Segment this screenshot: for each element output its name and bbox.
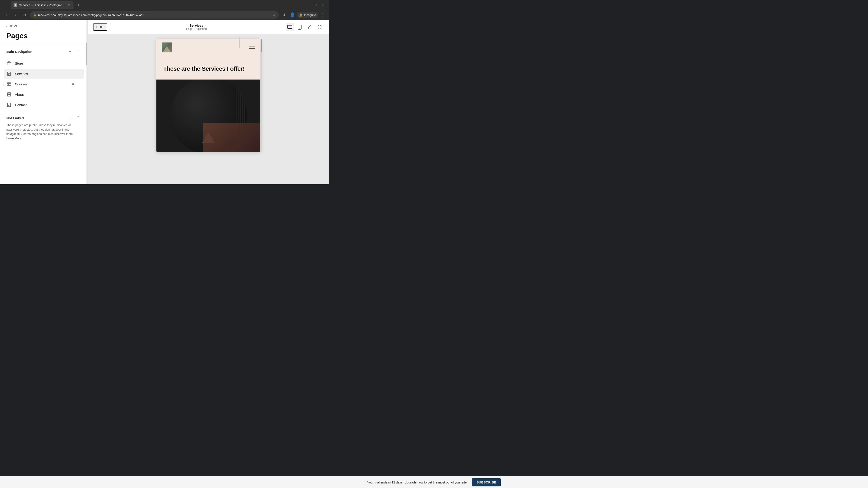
refresh-button[interactable]: ↻ <box>21 11 28 19</box>
pages-title: Pages <box>6 32 81 40</box>
lock-icon: 🔒 <box>33 13 36 17</box>
site-logo <box>162 42 172 53</box>
courses-drag-handle[interactable]: ⋮⋮ <box>2 82 9 86</box>
sidebar-header: ‹ HOME Pages <box>0 20 88 44</box>
main-navigation-header: Main Navigation + ˅ <box>6 48 81 55</box>
bottom-image-section <box>203 123 260 152</box>
forward-button[interactable]: › <box>12 11 19 19</box>
back-arrow-icon: ‹ <box>6 24 7 28</box>
store-label: Store <box>15 61 73 65</box>
not-linked-section: Not Linked + ˅ These pages are public un… <box>0 110 88 142</box>
scroll-thumb[interactable] <box>86 42 87 65</box>
main-navigation-section: Main Navigation + ˅ <box>0 44 88 58</box>
about-page-icon <box>6 92 12 97</box>
contact-label: Contact <box>15 103 81 107</box>
toolbar-actions: ⬇ 👤 🕵 Incognito ⋮ <box>281 11 327 19</box>
hero-title: These are the Services I offer! <box>163 65 254 73</box>
profile-icon[interactable]: 👤 <box>289 11 296 19</box>
about-label: About <box>15 93 81 96</box>
courses-actions: › <box>70 81 81 87</box>
add-nav-item-button[interactable]: + <box>67 48 73 55</box>
contact-page-icon <box>6 102 12 107</box>
services-label: Services <box>15 72 81 76</box>
not-linked-actions: + ˅ <box>67 115 81 121</box>
logo-triangle <box>163 46 171 53</box>
svg-point-22 <box>300 29 300 29</box>
scroll-indicator <box>86 20 88 184</box>
expand-button[interactable] <box>315 23 324 31</box>
page-name: Services <box>112 24 281 27</box>
home-back-button[interactable]: ‹ HOME <box>6 24 81 28</box>
page-info: Services Page · Published <box>112 24 281 31</box>
preview-scrollbar-thumb[interactable] <box>261 39 262 53</box>
site-logo-image <box>162 42 172 53</box>
bookmark-icon[interactable]: ☆ <box>272 13 276 17</box>
courses-settings-button[interactable] <box>70 81 76 87</box>
home-label: HOME <box>9 24 18 28</box>
incognito-label: Incognito <box>304 13 316 17</box>
address-bar[interactable]: 🔒 mackerel-seal-nldy.squarespace.com/con… <box>30 11 279 19</box>
nav-section-actions: + ˅ <box>67 48 81 55</box>
view-controls <box>286 23 324 31</box>
main-navigation-title: Main Navigation <box>6 50 32 54</box>
not-linked-title: Not Linked <box>6 116 24 120</box>
svg-rect-18 <box>287 25 292 29</box>
hamburger-menu[interactable] <box>249 46 255 48</box>
preview-scrollbar[interactable] <box>261 39 262 152</box>
back-button[interactable]: ‹ <box>3 11 10 19</box>
site-hero: These are the Services I offer! <box>156 56 260 79</box>
browser-titlebar: — S Services — This is my Photograp… × +… <box>0 0 329 10</box>
preview-container: These are the Services I offer! <box>156 39 260 152</box>
incognito-button[interactable]: 🕵 Incognito <box>297 12 318 18</box>
window-minimize-right[interactable]: − <box>304 2 310 8</box>
courses-label: Courses <box>15 82 67 86</box>
not-linked-header: Not Linked + ˅ <box>6 115 81 121</box>
sidebar-item-courses[interactable]: ⋮⋮ Courses <box>4 79 84 89</box>
collapse-not-linked-button[interactable]: ˅ <box>75 115 81 121</box>
sidebar-item-about[interactable]: About <box>4 90 84 99</box>
tab-favicon: S <box>13 3 17 7</box>
browser-toolbar: ‹ › ↻ 🔒 mackerel-seal-nldy.squarespace.c… <box>0 10 329 20</box>
active-tab[interactable]: S Services — This is my Photograp… × <box>11 1 73 9</box>
preview-area: These are the Services I offer! <box>88 34 329 184</box>
courses-expand-icon[interactable]: › <box>76 82 81 86</box>
sidebar-item-services[interactable]: Services <box>4 69 84 78</box>
desktop-view-button[interactable] <box>286 23 294 31</box>
edit-button[interactable]: EDIT <box>93 23 107 31</box>
svg-point-9 <box>72 84 74 85</box>
collapse-nav-button[interactable]: ˅ <box>75 48 81 55</box>
svg-point-1 <box>9 64 9 64</box>
main-content: EDIT Services Page · Published <box>88 20 329 184</box>
store-icon <box>6 61 12 66</box>
browser-chrome: — S Services — This is my Photograp… × +… <box>0 0 329 20</box>
tab-close-button[interactable]: × <box>67 3 71 7</box>
add-not-linked-button[interactable]: + <box>67 115 73 121</box>
page-status: Page · Published <box>112 27 281 31</box>
sidebar: ‹ HOME Pages Main Navigation + ˅ <box>0 20 88 184</box>
not-linked-description: These pages are public unless they're di… <box>6 123 81 140</box>
window-close[interactable]: ✕ <box>320 2 327 8</box>
sidebar-scroll[interactable]: Main Navigation + ˅ <box>0 44 88 184</box>
window-minimize[interactable]: — <box>3 2 9 8</box>
page-icon <box>6 71 12 76</box>
store-expand-icon[interactable]: › <box>76 61 81 66</box>
preview-frame: These are the Services I offer! <box>156 39 260 152</box>
app: ‹ HOME Pages Main Navigation + ˅ <box>0 20 329 184</box>
tab-title: Services — This is my Photograp… <box>19 3 65 7</box>
main-navigation-items: Store › Services <box>0 58 88 110</box>
hamburger-line-2 <box>249 48 255 48</box>
sidebar-item-store[interactable]: Store › <box>4 58 84 68</box>
mobile-view-button[interactable] <box>296 23 304 31</box>
site-image <box>156 79 260 152</box>
hamburger-line-1 <box>249 46 255 47</box>
download-button[interactable]: ⬇ <box>281 11 288 19</box>
site-nav <box>156 39 260 56</box>
window-restore[interactable]: ❐ <box>312 2 318 8</box>
edit-mode-button[interactable] <box>306 23 314 31</box>
editor-header: EDIT Services Page · Published <box>88 20 329 34</box>
menu-button[interactable]: ⋮ <box>319 11 327 19</box>
learn-more-link[interactable]: Learn More <box>6 137 21 140</box>
sidebar-item-contact[interactable]: Contact <box>4 100 84 110</box>
new-tab-button[interactable]: + <box>75 2 82 8</box>
incognito-icon: 🕵 <box>299 13 303 17</box>
